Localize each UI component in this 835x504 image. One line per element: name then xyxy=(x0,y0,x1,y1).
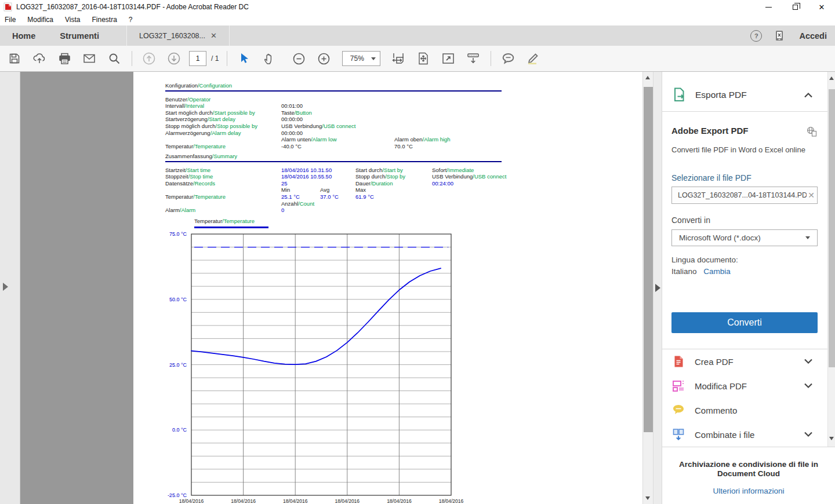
tab-bar: Home Strumenti LOG32T_1603208... ✕ ? Acc… xyxy=(0,25,835,46)
scrollbar-thumb[interactable] xyxy=(829,89,835,367)
minimize-icon xyxy=(765,7,772,8)
fit-page-button[interactable] xyxy=(413,49,433,68)
divider xyxy=(662,111,835,112)
chart-tab-label: Temperatur/Temperature xyxy=(194,218,255,224)
comment-button[interactable] xyxy=(498,49,518,68)
format-dropdown[interactable]: Microsoft Word (*.docx) xyxy=(671,229,818,246)
scrollbar-thumb[interactable] xyxy=(644,87,653,432)
pdf-text-cell xyxy=(432,187,506,193)
search-button[interactable] xyxy=(104,49,124,68)
more-info-link[interactable]: Ulteriori informazioni xyxy=(713,487,784,495)
pdf-text-cell: 00:00:00 xyxy=(281,130,394,137)
tool-item-edit-pdf[interactable]: Modifica PDF xyxy=(671,374,818,398)
previous-page-button[interactable] xyxy=(139,49,159,68)
format-dropdown-value: Microsoft Word (*.docx) xyxy=(679,233,805,242)
restore-button[interactable] xyxy=(782,0,808,14)
chevron-up-icon[interactable] xyxy=(804,92,813,98)
fit-width-button[interactable] xyxy=(389,49,408,68)
zoom-level-dropdown[interactable]: 75% xyxy=(342,51,380,66)
tool-item-combine-files[interactable]: Combinate i file xyxy=(671,422,818,447)
config-section-title: Konfiguration/Configuration xyxy=(165,82,502,89)
svg-text:18/04/2016: 18/04/2016 xyxy=(179,498,204,504)
next-page-button[interactable] xyxy=(164,49,184,68)
pdf-text-cell: USB Verbindung/USB connect xyxy=(432,173,506,180)
change-language-link[interactable]: Cambia xyxy=(703,267,731,276)
minimize-button[interactable] xyxy=(755,0,782,14)
document-scrollbar[interactable] xyxy=(642,72,653,504)
scroll-down-icon[interactable] xyxy=(645,496,650,500)
share-upload-button[interactable] xyxy=(30,49,49,68)
export-pdf-header[interactable]: Esporta PDF xyxy=(671,87,818,103)
footer-title: Archiviazione e condivisione di file in … xyxy=(673,460,825,479)
svg-text:50.0 °C: 50.0 °C xyxy=(169,297,187,302)
fullscreen-button[interactable] xyxy=(438,49,458,68)
menu-finestra[interactable]: Finestra xyxy=(92,16,117,24)
help-icon[interactable]: ? xyxy=(750,30,762,42)
hand-icon xyxy=(263,52,276,65)
scroll-up-icon[interactable] xyxy=(645,76,650,79)
pdf-text-cell: Max xyxy=(355,187,432,193)
pdf-data-row: Benutzer/Operator xyxy=(165,96,502,103)
selected-file-field[interactable]: LOG32T_16032087...04-18T103144.PDF ✕ xyxy=(671,187,818,204)
close-tab-icon[interactable]: ✕ xyxy=(210,31,217,40)
save-button[interactable] xyxy=(5,49,24,68)
chevron-down-icon xyxy=(805,236,810,239)
pdf-data-row: Intervall/Interval00:01:00 xyxy=(165,103,502,109)
print-button[interactable] xyxy=(55,49,74,68)
pdf-text-cell: Alarm unten/Alarm low xyxy=(281,136,394,143)
tool-label: Commento xyxy=(695,406,737,415)
expand-left-panel-icon[interactable] xyxy=(3,283,8,291)
page-down-icon xyxy=(166,51,181,66)
svg-text:18/04/2016: 18/04/2016 xyxy=(231,498,256,504)
close-button[interactable]: ✕ xyxy=(808,0,835,14)
menu-file[interactable]: File xyxy=(5,16,16,24)
section-description: Converti file PDF in Word o Excel online xyxy=(671,145,818,154)
toolbar-divider xyxy=(227,51,227,66)
email-button[interactable] xyxy=(79,49,99,68)
pdf-text-cell: Temperatur/Temperature xyxy=(165,143,281,150)
hand-tool-button[interactable] xyxy=(259,49,279,68)
tab-document[interactable]: LOG32T_1603208... ✕ xyxy=(126,25,230,46)
clear-file-icon[interactable]: ✕ xyxy=(808,191,815,200)
select-tool-button[interactable] xyxy=(234,49,254,68)
cloud-upload-icon xyxy=(32,52,46,65)
tool-item-comment[interactable]: Commento xyxy=(671,398,818,422)
main-area: Konfiguration/Configuration Benutzer/Ope… xyxy=(0,72,835,504)
fullscreen-icon xyxy=(441,52,455,65)
pdf-text-cell: Taste/Button xyxy=(281,109,394,116)
collapse-right-panel-icon[interactable] xyxy=(655,284,660,292)
pdf-data-row: Alarm unten/Alarm lowAlarm oben/Alarm hi… xyxy=(165,136,502,143)
panel-scrollbar[interactable] xyxy=(827,72,835,447)
pdf-text-cell: Stopp möglich durch/Stop possible by xyxy=(165,123,281,130)
scrolling-view-button[interactable] xyxy=(463,49,483,68)
menu-modifica[interactable]: Modifica xyxy=(27,16,53,24)
pdf-data-row: MinAvgMax xyxy=(165,187,506,193)
convert-button[interactable]: Converti xyxy=(671,312,818,333)
tools-sidebar: Esporta PDF Adobe Export PDF Converti fi… xyxy=(662,72,835,504)
page-number-input[interactable] xyxy=(189,51,206,66)
pdf-text-cell xyxy=(320,167,355,174)
mobile-device-icon[interactable] xyxy=(774,30,785,42)
tool-item-create-pdf[interactable]: Crea PDF xyxy=(671,349,818,374)
pdf-text-cell: Anzahl/Count xyxy=(281,200,320,207)
scroll-down-icon[interactable] xyxy=(829,437,834,440)
svg-text:18/04/2016: 18/04/2016 xyxy=(283,498,308,504)
menu-bar: File Modifica Vista Finestra ? xyxy=(0,14,835,25)
pdf-text-cell xyxy=(394,123,502,130)
edit-pdf-icon xyxy=(671,379,685,393)
pdf-text-cell xyxy=(165,200,281,207)
sign-in-link[interactable]: Accedi xyxy=(799,31,827,41)
pdf-text-cell: Temperatur/Temperature xyxy=(165,193,281,200)
document-cloud-footer: Archiviazione e condivisione di file in … xyxy=(662,447,835,496)
menu-help[interactable]: ? xyxy=(129,16,133,24)
tab-home[interactable]: Home xyxy=(0,25,48,46)
pdf-text-cell: Stopp durch/Stop by xyxy=(355,173,432,180)
highlight-button[interactable] xyxy=(523,49,543,68)
zoom-out-button[interactable] xyxy=(289,49,308,68)
zoom-in-button[interactable] xyxy=(314,49,333,68)
tab-tools[interactable]: Strumenti xyxy=(48,25,111,46)
pdf-text-cell: Alarm/Alarm xyxy=(165,207,281,214)
pdf-page: Konfiguration/Configuration Benutzer/Ope… xyxy=(133,72,642,504)
scroll-up-icon[interactable] xyxy=(829,76,834,80)
menu-vista[interactable]: Vista xyxy=(65,16,80,24)
